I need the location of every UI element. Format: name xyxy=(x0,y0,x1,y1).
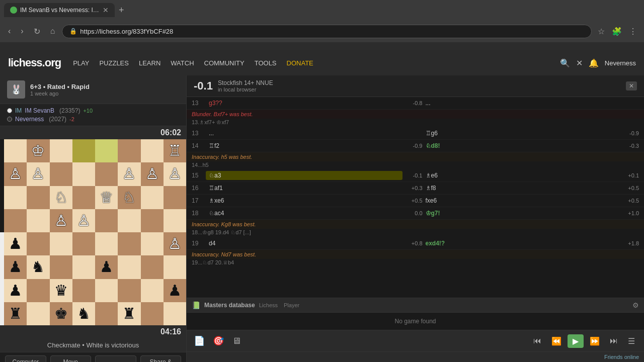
db-tab-lichess[interactable]: Lichess xyxy=(259,302,278,308)
notification-button[interactable]: 🔔 xyxy=(589,58,599,68)
white-rating: (2335?) xyxy=(59,107,80,114)
move-white-15[interactable]: ♘a3 xyxy=(206,171,403,180)
crosstable-button[interactable]: Crosstable xyxy=(95,355,136,362)
move-black-14[interactable]: ♘d8! xyxy=(423,141,619,150)
move-white-13[interactable]: g3?? xyxy=(206,99,403,108)
opening-db-bar: 📗 Masters database Lichess Player ⚙ xyxy=(187,298,644,313)
move-row-14: 14 ♖f2 -0.9 ♘d8! -0.3 xyxy=(187,140,644,152)
eval-score-display: -0.1 xyxy=(194,79,213,93)
refresh-button[interactable]: ↻ xyxy=(31,25,43,38)
move-number: 14 xyxy=(192,142,206,149)
score-white-13: -0.8 xyxy=(403,100,423,106)
move-black-17[interactable]: fxe6 xyxy=(423,196,619,205)
move-white-14[interactable]: ♖f2 xyxy=(206,141,403,150)
move-white-19[interactable]: d4 xyxy=(206,239,403,248)
next-move-button[interactable]: ⏩ xyxy=(586,334,604,348)
score-white-15: -0.1 xyxy=(403,172,423,178)
new-tab-button[interactable]: + xyxy=(115,3,128,18)
db-tab-player[interactable]: Player xyxy=(284,302,299,308)
score-white-16: +0.3 xyxy=(403,185,423,191)
move-row-15: 15 ♘a3 -0.1 ♗e6 +0.1 xyxy=(187,169,644,182)
computer-analysis-button[interactable]: Computer analysis xyxy=(5,355,46,362)
nav-watch[interactable]: WATCH xyxy=(171,59,194,67)
move-white-13b[interactable]: ... xyxy=(206,129,403,138)
address-bar[interactable]: 🔒 https://lichess.org/833fYbCF#28 xyxy=(62,25,592,38)
search-button[interactable]: 🔍 xyxy=(560,58,570,68)
extensions-button[interactable]: 🧩 xyxy=(610,25,624,38)
move-black-15[interactable]: ♗e6 xyxy=(423,171,619,180)
avatar: 🐰 xyxy=(7,80,25,99)
continuation-18: 18...♔g8 19.d4 ♘d7 [...] xyxy=(187,229,644,237)
forward-button[interactable]: › xyxy=(18,25,26,38)
tab-close-button[interactable]: ✕ xyxy=(103,6,109,14)
nav-donate[interactable]: DONATE xyxy=(287,59,313,67)
menu-button[interactable]: ⋮ xyxy=(627,25,639,38)
tab-title: IM SevanB vs Neverness: Italian... xyxy=(20,7,100,14)
close-button[interactable]: ✕ xyxy=(576,58,583,68)
annotation-inaccuracy-14: Inaccuracy. h5 was best. xyxy=(187,152,644,161)
browser-tab[interactable]: IM SevanB vs Neverness: Italian... ✕ xyxy=(4,3,115,17)
move-white-18[interactable]: ♘ac4 xyxy=(206,209,403,218)
menu-moves-button[interactable]: ☰ xyxy=(624,334,639,348)
lock-icon: 🔒 xyxy=(69,28,77,35)
friends-online-bar[interactable]: Friends online xyxy=(187,351,644,362)
db-book-icon: 📗 xyxy=(192,301,200,309)
play-pause-button[interactable]: ▶ xyxy=(568,334,584,348)
bookmark-button[interactable]: ☆ xyxy=(596,25,607,38)
move-white-16[interactable]: ♖af1 xyxy=(206,184,403,193)
chess-board[interactable]: ♔♖♙♙♙♙♙♘♕♘♙♙♟♙♟♞♟♟♛♟♜♚♞♜ xyxy=(4,139,186,325)
site-logo[interactable]: lichess.org xyxy=(8,56,61,69)
eval-bar-white xyxy=(0,232,4,325)
move-number: 19 xyxy=(192,240,206,247)
share-export-button[interactable]: Share & export xyxy=(140,355,182,362)
engine-sub: in local browser xyxy=(218,86,273,93)
prev-move-button[interactable]: ⏪ xyxy=(547,334,566,348)
move-white-17[interactable]: ♗xe6 xyxy=(206,196,403,205)
score-black-18: +1.0 xyxy=(619,210,639,216)
nav-tools[interactable]: TOOLS xyxy=(255,59,277,67)
move-black-13[interactable]: ... xyxy=(423,99,619,108)
nav-puzzles[interactable]: PUZZLES xyxy=(99,59,129,67)
no-game-found: No game found xyxy=(187,313,644,330)
annotation-inaccuracy-18: Inaccuracy. Kg8 was best. xyxy=(187,220,644,229)
nav-controls: ⏮ ⏪ ▶ ⏩ ⏭ ☰ xyxy=(529,334,639,348)
move-black-19[interactable]: exd4!? xyxy=(423,239,619,248)
moves-list: 13 g3?? -0.8 ... Blunder. Bxf7+ was best… xyxy=(187,97,644,298)
last-move-button[interactable]: ⏭ xyxy=(606,334,622,348)
score-black-16: +0.5 xyxy=(619,185,639,191)
eval-close-button[interactable]: ✕ xyxy=(626,81,637,90)
score-black-13b: -0.9 xyxy=(619,130,639,136)
username-label[interactable]: Neverness xyxy=(605,59,636,67)
score-white-18: 0.0 xyxy=(403,210,423,216)
control-icons: 📄 🎯 🖥 xyxy=(192,333,243,348)
move-row-19: 19 d4 +0.8 exd4!? +1.8 xyxy=(187,237,644,250)
score-white-19: +0.8 xyxy=(403,240,423,246)
black-player: Neverness (2027) -2 xyxy=(7,116,179,123)
nav-learn[interactable]: LEARN xyxy=(139,59,160,67)
db-label: Masters database xyxy=(204,302,255,309)
score-white-14: -0.9 xyxy=(403,143,423,149)
right-panel: -0.1 Stockfish 14+ NNUE in local browser… xyxy=(186,75,644,362)
analysis-board-button[interactable]: 📄 xyxy=(192,333,207,348)
eval-bar-area: -0.1 Stockfish 14+ NNUE in local browser… xyxy=(187,75,644,97)
move-black-18[interactable]: ♔g7! xyxy=(423,209,619,218)
nav-play[interactable]: PLAY xyxy=(73,59,89,67)
practice-button[interactable]: 🎯 xyxy=(211,333,226,348)
continuation-13: 13.♗xf7+ ♔xf7 xyxy=(187,119,644,127)
move-times-button[interactable]: Move times xyxy=(50,355,92,362)
first-move-button[interactable]: ⏮ xyxy=(529,334,545,348)
score-black-19: +1.8 xyxy=(619,240,639,246)
db-settings-button[interactable]: ⚙ xyxy=(632,301,639,309)
white-player: IM IM SevanB (2335?) +10 xyxy=(7,107,179,114)
site-nav: PLAY PUZZLES LEARN WATCH COMMUNITY TOOLS… xyxy=(73,59,313,67)
move-black-13b[interactable]: ♖g6 xyxy=(423,129,619,138)
engine-toggle-button[interactable]: 🖥 xyxy=(230,333,243,348)
score-white-17: +0.5 xyxy=(403,198,423,204)
home-button[interactable]: ⌂ xyxy=(47,25,58,38)
game-meta: 6+3 • Rated • Rapid 1 week ago xyxy=(30,83,179,97)
back-button[interactable]: ‹ xyxy=(5,25,14,38)
move-row-16: 16 ♖af1 +0.3 ♗f8 +0.5 xyxy=(187,182,644,195)
nav-community[interactable]: COMMUNITY xyxy=(204,59,245,67)
db-left: 📗 Masters database Lichess Player xyxy=(192,301,299,309)
move-black-16[interactable]: ♗f8 xyxy=(423,184,619,193)
